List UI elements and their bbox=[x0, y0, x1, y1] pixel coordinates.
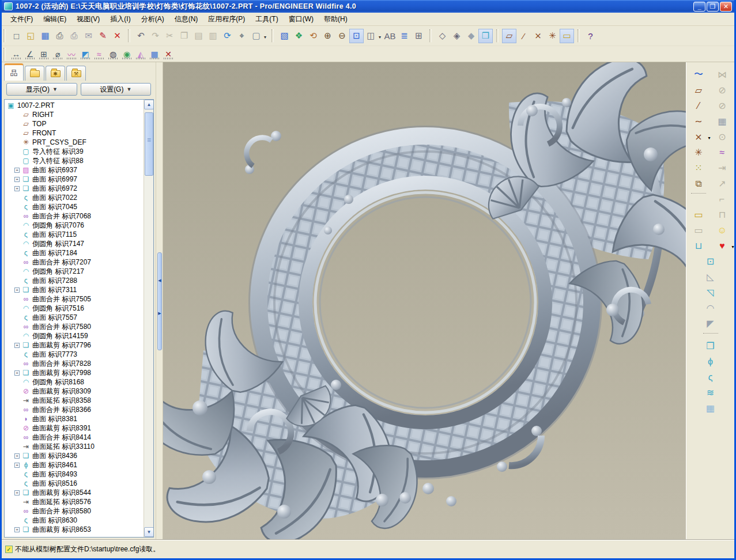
scroll-up-icon[interactable]: ▲ bbox=[144, 100, 154, 109]
copy-geometry-tool-button[interactable]: ⧉ bbox=[691, 176, 707, 191]
tree-item[interactable]: ς曲面 标识8493 bbox=[6, 470, 144, 479]
toolbar-handle[interactable] bbox=[496, 29, 499, 42]
tree-item[interactable]: ς曲面 标识7184 bbox=[6, 248, 144, 258]
toolbar-handle[interactable] bbox=[271, 29, 274, 42]
restore-button[interactable]: ❐ bbox=[707, 2, 719, 12]
paste-special-button[interactable]: ▥ bbox=[206, 29, 220, 43]
tree-item[interactable]: +❏曲面 标识6997 bbox=[6, 175, 144, 184]
tree-item[interactable]: ▱RIGHT bbox=[6, 110, 144, 119]
toolbar-handle[interactable] bbox=[429, 29, 432, 42]
shaded-button[interactable]: ❒ bbox=[478, 29, 493, 43]
mail-button[interactable]: ✉ bbox=[81, 29, 96, 43]
measure-angle-button[interactable]: ∠ bbox=[23, 47, 37, 60]
paste-button[interactable]: ▤ bbox=[191, 29, 206, 43]
settings-dropdown-button[interactable]: 设置(G)▼ bbox=[81, 83, 152, 96]
pattern-table-tool-button[interactable]: ▦ bbox=[715, 113, 730, 129]
expand-icon[interactable]: + bbox=[14, 453, 20, 459]
expand-icon[interactable]: + bbox=[14, 527, 20, 532]
menu-8[interactable]: 工具(T) bbox=[250, 13, 283, 26]
extend-tool-button[interactable]: ⇥ bbox=[715, 160, 730, 176]
toolbar-handle[interactable] bbox=[3, 48, 6, 60]
model-tree-scrollbar[interactable]: ▲ ▼ bbox=[144, 100, 153, 537]
print-preview-button[interactable]: ⎙ bbox=[67, 29, 81, 43]
save-file-button[interactable]: ▦ bbox=[38, 29, 52, 43]
sketch-tool-button[interactable]: ∼ bbox=[691, 113, 707, 129]
scroll-down-icon[interactable]: ▼ bbox=[144, 527, 154, 537]
tree-item[interactable]: ∞曲面合并 标识7207 bbox=[6, 258, 144, 267]
named-views-button[interactable]: AB bbox=[383, 29, 397, 43]
merge-tool-2-button[interactable]: ⊙ bbox=[715, 129, 730, 145]
project-tool-button[interactable]: ↗ bbox=[715, 176, 730, 191]
saved-views-button[interactable]: ◫▾ bbox=[364, 29, 378, 43]
extrude-tool-button[interactable]: ❒ bbox=[703, 338, 718, 354]
expand-icon[interactable]: + bbox=[14, 177, 20, 182]
tree-item[interactable]: ◠倒圆角 标识14159 bbox=[6, 331, 144, 340]
rib-tool-button[interactable]: ◺ bbox=[703, 269, 718, 285]
tree-item[interactable]: ◠倒圆角 标识7147 bbox=[6, 239, 144, 248]
trim-tool-2-button[interactable]: ⊘ bbox=[715, 98, 730, 113]
expand-icon[interactable]: + bbox=[14, 490, 20, 495]
revolve-tool-button[interactable]: ϕ bbox=[703, 354, 718, 369]
swept-blend-tool-button[interactable]: ≋ bbox=[703, 385, 718, 400]
tree-item[interactable]: +❏曲面裁剪 标识8544 bbox=[6, 488, 144, 497]
copy-button[interactable]: ❐ bbox=[177, 29, 191, 43]
tree-item[interactable]: ◗曲面 标识8381 bbox=[6, 414, 144, 423]
point-display-button[interactable]: ⨯ bbox=[531, 29, 545, 43]
tree-item[interactable]: +❏曲面 标识8436 bbox=[6, 451, 144, 460]
chevron-down-icon[interactable]: ▾ bbox=[379, 35, 381, 40]
datum-point-tool-button[interactable]: ⨯▾ bbox=[691, 129, 707, 145]
draft-tool-button[interactable]: ◹ bbox=[703, 285, 718, 300]
tree-item[interactable]: ⇥曲面延拓 标识8358 bbox=[6, 396, 144, 405]
draft-check-button[interactable]: ◩ bbox=[78, 47, 92, 60]
menu-9[interactable]: 窗口(W) bbox=[284, 13, 319, 26]
tree-item[interactable]: +❏曲面裁剪 标识7796 bbox=[6, 340, 144, 350]
menu-7[interactable]: 应用程序(P) bbox=[203, 13, 250, 26]
tree-item[interactable]: ▣1007-2.PRT bbox=[6, 101, 144, 110]
csys-tool-button[interactable]: ✳ bbox=[691, 145, 707, 160]
tree-item[interactable]: +❏曲面裁剪 标识8653 bbox=[6, 525, 144, 534]
menu-10[interactable]: 帮助(H) bbox=[319, 13, 353, 26]
measure-diameter-button[interactable]: ⌀ bbox=[51, 47, 65, 60]
tree-item[interactable]: ς曲面 标识7045 bbox=[6, 202, 144, 211]
tree-item[interactable]: ς曲面 标识7022 bbox=[6, 193, 144, 202]
panel-splitter[interactable]: ◀ ▶ bbox=[156, 62, 163, 540]
offset-tool-button[interactable]: ⊓ bbox=[715, 207, 730, 222]
tree-item[interactable]: ς曲面 标识7773 bbox=[6, 350, 144, 359]
close-button[interactable]: ✕ bbox=[720, 2, 732, 12]
layers-button[interactable]: ≣ bbox=[397, 29, 412, 43]
markup-button[interactable]: ✎ bbox=[96, 29, 110, 43]
hidden-line-button[interactable]: ◈ bbox=[450, 29, 464, 43]
minimize-button[interactable]: _ bbox=[693, 2, 705, 12]
chevron-down-icon[interactable]: ▾ bbox=[731, 244, 734, 249]
expand-icon[interactable]: + bbox=[14, 343, 20, 348]
folder-browser-tab[interactable] bbox=[25, 66, 44, 81]
tree-item[interactable]: ▱FRONT bbox=[6, 128, 144, 138]
tree-item[interactable]: ✳PRT_CSYS_DEF bbox=[6, 138, 144, 147]
favorites-tab[interactable]: ✱ bbox=[46, 66, 65, 81]
tree-item[interactable]: ς曲面 标识7557 bbox=[6, 313, 144, 322]
expand-icon[interactable]: + bbox=[14, 186, 20, 191]
tree-item[interactable]: ⊘曲面裁剪 标识8391 bbox=[6, 423, 144, 433]
annotation-display-button[interactable]: ▭ bbox=[560, 29, 574, 43]
context-help-button[interactable]: ? bbox=[583, 29, 598, 43]
measure-area-button[interactable]: ⊞ bbox=[37, 47, 51, 60]
chevron-down-icon[interactable]: ▾ bbox=[708, 135, 710, 141]
smiley-mapkey-button[interactable]: ☺ bbox=[715, 222, 730, 238]
toolbar-handle[interactable] bbox=[128, 29, 130, 42]
menu-4[interactable]: 插入(I) bbox=[105, 13, 135, 26]
boundary-blend-tool-button[interactable]: ▦ bbox=[703, 400, 718, 416]
tree-item[interactable]: ς曲面 标识8630 bbox=[6, 516, 144, 525]
expand-icon[interactable]: + bbox=[14, 168, 20, 173]
collapse-left-icon[interactable]: ◀ bbox=[157, 278, 162, 283]
model-tree-tab[interactable]: 品 bbox=[4, 63, 24, 81]
reflection-analysis-button[interactable]: ◉ bbox=[120, 47, 134, 60]
tree-item[interactable]: ∞曲面合并 标识7505 bbox=[6, 294, 144, 304]
cut-button[interactable]: ✂ bbox=[163, 29, 177, 43]
tree-item[interactable]: ◠倒圆角 标识7516 bbox=[6, 304, 144, 313]
merge-tool-button[interactable]: ⋈ bbox=[715, 67, 730, 82]
collapse-right-icon[interactable]: ▶ bbox=[157, 311, 162, 316]
close-window-button[interactable]: ✕ bbox=[110, 29, 124, 43]
tree-item[interactable]: ∞曲面合并 标识8580 bbox=[6, 506, 144, 516]
view-manager-button[interactable]: ⊞ bbox=[412, 29, 426, 43]
3d-viewport[interactable] bbox=[163, 62, 686, 540]
